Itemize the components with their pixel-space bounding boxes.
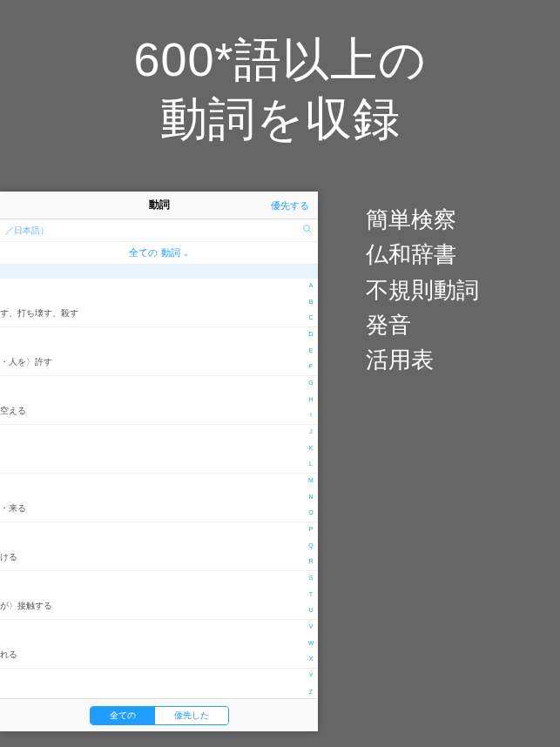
index-letter[interactable]: K [307,445,315,451]
section-header [0,265,318,279]
list-item[interactable]: が〉接触する [0,571,318,620]
search-input[interactable]: ／日本語） [5,225,302,237]
index-letter[interactable]: Q [307,542,315,548]
index-letter[interactable]: T [307,591,315,597]
app-screenshot: 動詞 優先する ／日本語） 全ての 動詞 ⌄ す、打ち壊す、殺す ・人を〉許す … [0,192,318,731]
index-letter[interactable]: M [307,477,315,483]
index-letter[interactable]: A [307,282,315,288]
list-item[interactable]: ・来る [0,474,318,522]
page-title: 動詞 [149,198,170,212]
feature-list: 簡単検察 仏和辞書 不規則動詞 発音 活用表 [366,202,479,377]
index-letter[interactable]: W [307,640,315,646]
svg-point-0 [304,225,310,232]
index-letter[interactable]: D [307,331,315,337]
segment-all[interactable]: 全ての [91,707,155,724]
bottom-toolbar: 全ての 優先した [0,698,318,731]
alphabet-index[interactable]: A B C D E F G H I J K L M N O P Q R S T … [307,282,315,695]
list-item[interactable]: ・人を〉許す [0,327,318,376]
feature-item: 仏和辞書 [366,237,479,272]
hero-headline: 600*語以上の 動詞を収録 [0,30,560,148]
index-letter[interactable]: J [307,428,315,434]
search-icon[interactable] [302,224,313,237]
index-letter[interactable]: L [307,461,315,467]
index-letter[interactable]: O [307,509,315,515]
list-item[interactable]: す、打ち壊す、殺す [0,279,318,327]
filter-dropdown[interactable]: 全ての 動詞 ⌄ [0,242,318,265]
list-item[interactable]: ける [0,522,318,571]
index-letter[interactable]: X [307,656,315,662]
index-letter[interactable]: F [307,363,315,369]
prioritize-button[interactable]: 優先する [271,192,309,219]
filter-label: 全ての 動詞 [129,246,179,259]
index-letter[interactable]: E [307,347,315,353]
index-letter[interactable]: I [307,412,315,418]
segmented-control[interactable]: 全ての 優先した [90,706,229,725]
index-letter[interactable]: R [307,558,315,564]
index-letter[interactable]: B [307,299,315,305]
index-letter[interactable]: U [307,607,315,613]
hero-line-1: 600*語以上の [0,30,560,90]
svg-line-1 [309,231,312,233]
index-letter[interactable]: S [307,575,315,581]
index-letter[interactable]: Z [307,689,315,695]
verb-list[interactable]: す、打ち壊す、殺す ・人を〉許す 空える ・来る ける が〉接触する れる 責め… [0,279,318,698]
list-item[interactable]: 空える [0,376,318,425]
feature-item: 発音 [366,307,479,342]
list-item[interactable]: 責める [0,669,318,698]
segment-priority[interactable]: 優先した [155,707,228,724]
index-letter[interactable]: H [307,396,315,402]
index-letter[interactable]: Y [307,672,315,678]
index-letter[interactable]: V [307,623,315,629]
chevron-down-icon: ⌄ [183,250,189,258]
feature-item: 不規則動詞 [366,273,479,307]
list-item[interactable] [0,425,318,474]
feature-item: 活用表 [366,342,479,377]
feature-item: 簡単検察 [366,202,479,237]
index-letter[interactable]: N [307,494,315,500]
hero-line-2: 動詞を収録 [0,90,560,149]
index-letter[interactable]: G [307,380,315,386]
index-letter[interactable]: P [307,526,315,532]
nav-bar: 動詞 優先する [0,192,318,219]
list-item[interactable]: れる [0,620,318,669]
index-letter[interactable]: C [307,314,315,320]
search-bar[interactable]: ／日本語） [0,219,318,242]
